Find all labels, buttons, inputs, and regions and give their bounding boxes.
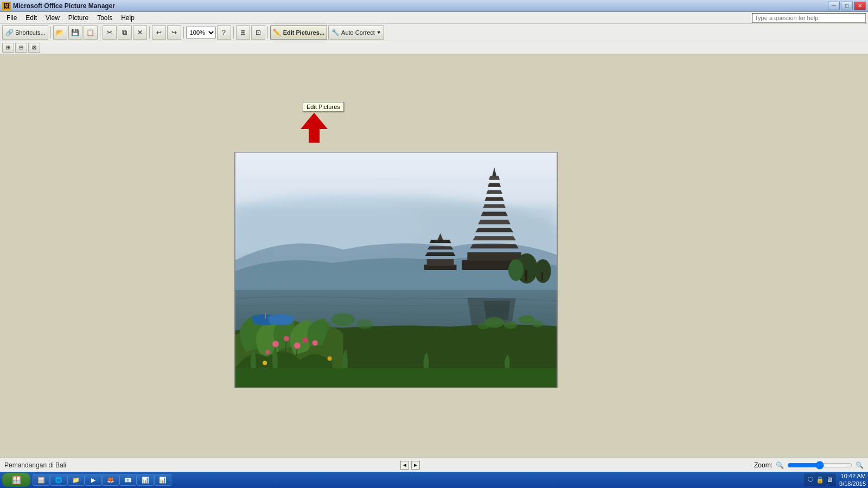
actual-size-button[interactable]: ⊡: [251, 25, 265, 40]
security-tray-icon[interactable]: 🔒: [816, 476, 824, 484]
delete-button[interactable]: ✕: [133, 25, 147, 40]
svg-rect-12: [525, 270, 527, 281]
save-button[interactable]: 💾: [68, 25, 82, 40]
image-container[interactable]: [234, 152, 558, 388]
image-name-label: Pemandangan di Bali: [4, 461, 66, 469]
menu-help[interactable]: Help: [117, 13, 139, 23]
main-content: Edit Pictures: [0, 54, 868, 474]
svg-point-19: [272, 341, 279, 347]
taskbar-icon-8: 📊: [159, 476, 167, 484]
cut-icon: ✂: [105, 28, 114, 37]
zoom-slider[interactable]: [787, 461, 852, 470]
taskbar-icon-1: 🪟: [37, 476, 45, 484]
taskbar-app-7[interactable]: 📊: [137, 474, 154, 486]
copy-button[interactable]: ⧉: [118, 25, 132, 40]
svg-point-18: [532, 321, 543, 328]
menu-view[interactable]: View: [41, 13, 64, 23]
help-box[interactable]: [752, 13, 866, 23]
toolbar: 🔗 Shortcuts... 📂 💾 📋 ✂ ⧉ ✕ ↩ ↪ 25% 50% 7…: [0, 24, 868, 41]
time-display: 10:42 AM: [839, 472, 866, 480]
taskbar-app-3[interactable]: 📁: [67, 474, 85, 486]
zoom-out-icon[interactable]: 🔍: [776, 461, 784, 469]
svg-point-15: [504, 322, 517, 329]
fit-button[interactable]: ⊞: [236, 25, 250, 40]
view-btn-2[interactable]: ⊟: [15, 43, 27, 53]
help-icon: ?: [220, 28, 228, 37]
menu-tools[interactable]: Tools: [93, 13, 117, 23]
taskbar-app-8[interactable]: 📊: [154, 474, 171, 486]
start-button[interactable]: 🪟: [2, 473, 30, 487]
svg-point-29: [328, 356, 332, 361]
copy-to-button[interactable]: 📋: [84, 25, 98, 40]
zoom-control: Zoom: 🔍 🔍: [754, 461, 864, 470]
navigation-controls: ◄ ►: [400, 461, 420, 470]
copy-icon: ⧉: [120, 28, 129, 37]
svg-point-20: [284, 336, 289, 341]
svg-point-31: [331, 313, 355, 326]
taskbar-icon-6: 📧: [124, 476, 132, 484]
clock: 10:42 AM 9/18/2015: [839, 472, 866, 488]
edit-pictures-icon: ✏️: [273, 28, 282, 37]
svg-point-11: [508, 259, 524, 281]
auto-correct-button[interactable]: 🔧 Auto Correct ▼: [328, 25, 384, 40]
minimize-button[interactable]: ─: [828, 2, 840, 10]
cut-button[interactable]: ✂: [103, 25, 117, 40]
save-icon: 💾: [71, 28, 80, 37]
open-button[interactable]: 📂: [53, 25, 67, 40]
menubar: File Edit View Picture Tools Help: [0, 12, 868, 24]
bali-image: [235, 152, 557, 388]
copy-to-icon: 📋: [86, 28, 95, 37]
tooltip: Edit Pictures: [303, 102, 344, 112]
redo-icon: ↪: [170, 28, 178, 37]
svg-rect-8: [427, 259, 454, 266]
svg-point-32: [356, 319, 373, 329]
separator-4: [183, 27, 184, 38]
close-button[interactable]: ✕: [854, 2, 866, 10]
shortcuts-button[interactable]: 🔗 Shortcuts...: [2, 25, 48, 40]
prev-image-button[interactable]: ◄: [400, 461, 409, 470]
auto-correct-dropdown-icon: ▼: [376, 30, 381, 35]
next-image-button[interactable]: ►: [411, 461, 420, 470]
help-input[interactable]: [752, 13, 866, 23]
menu-file[interactable]: File: [2, 13, 21, 23]
separator-5: [233, 27, 234, 38]
maximize-button[interactable]: □: [841, 2, 853, 10]
menu-picture[interactable]: Picture: [64, 13, 93, 23]
zoom-label: Zoom:: [754, 461, 773, 469]
edit-pictures-label: Edit Pictures...: [283, 29, 324, 36]
shortcuts-label: Shortcuts...: [15, 29, 46, 36]
auto-correct-icon: 🔧: [331, 28, 340, 37]
svg-rect-30: [265, 313, 266, 319]
taskbar: 🪟 🪟 🌐 📁 ▶ 🦊 📧 📊 📊 🛡 🔒 🖥 10:42 AM 9/18/20…: [0, 472, 868, 488]
menu-edit[interactable]: Edit: [21, 13, 41, 23]
view-btn-3[interactable]: ⊠: [28, 43, 40, 53]
window-controls: ─ □ ✕: [828, 2, 866, 10]
help-button[interactable]: ?: [217, 25, 231, 40]
taskbar-app-2[interactable]: 🌐: [50, 474, 67, 486]
redo-button[interactable]: ↪: [167, 25, 181, 40]
view-btn-1[interactable]: ⊞: [2, 43, 14, 53]
arrow-up-shape: [301, 113, 328, 143]
display-tray-icon[interactable]: 🖥: [826, 476, 833, 484]
statusbar: Pemandangan di Bali ◄ ► Zoom: 🔍 🔍: [0, 458, 868, 472]
svg-point-23: [265, 350, 270, 354]
taskbar-app-4[interactable]: ▶: [85, 474, 102, 486]
taskbar-icon-5: 🦊: [107, 476, 114, 484]
svg-point-17: [478, 323, 489, 330]
svg-point-21: [294, 342, 301, 349]
fit-icon: ⊞: [239, 28, 247, 37]
undo-button[interactable]: ↩: [152, 25, 166, 40]
window-title: Microsoft Office Picture Manager: [13, 2, 115, 10]
svg-rect-6: [467, 252, 521, 261]
antivirus-tray-icon[interactable]: 🛡: [807, 476, 814, 484]
edit-pictures-button[interactable]: ✏️ Edit Pictures...: [270, 25, 327, 40]
separator-1: [50, 27, 51, 38]
taskbar-app-6[interactable]: 📧: [119, 474, 137, 486]
view-icon-3: ⊠: [32, 44, 36, 50]
zoom-dropdown[interactable]: 25% 50% 75% 100% 150% 200%: [186, 27, 216, 38]
auto-correct-label: Auto Correct: [341, 29, 375, 36]
zoom-in-icon[interactable]: 🔍: [856, 461, 864, 469]
taskbar-app-1[interactable]: 🪟: [33, 474, 50, 486]
taskbar-app-5[interactable]: 🦊: [102, 474, 119, 486]
separator-6: [267, 27, 268, 38]
